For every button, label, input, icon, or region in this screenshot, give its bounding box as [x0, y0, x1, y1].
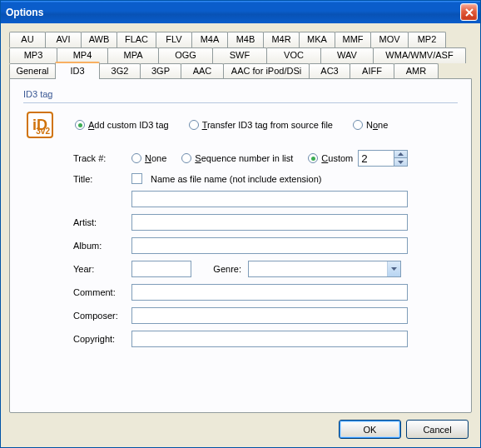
composer-label: Composer:	[73, 311, 131, 321]
tab-awb[interactable]: AWB	[81, 32, 117, 47]
tab-flac[interactable]: FLAC	[117, 32, 156, 47]
tab-mp2[interactable]: MP2	[408, 32, 446, 47]
checkbox-icon	[131, 173, 142, 184]
mode-radio-2[interactable]: None	[353, 120, 388, 130]
dialog-buttons: OK Cancel	[9, 413, 472, 442]
tab-mov[interactable]: MOV	[370, 32, 409, 47]
track-number-label: Track #:	[73, 153, 131, 163]
tab-3g2[interactable]: 3G2	[99, 63, 141, 79]
spinner-down-icon[interactable]	[394, 158, 407, 166]
composer-input[interactable]	[131, 307, 408, 324]
genre-value[interactable]	[248, 261, 401, 277]
group-divider	[23, 102, 458, 103]
tab-wma-wmv-asf[interactable]: WMA/WMV/ASF	[373, 47, 466, 63]
title-label: Title:	[73, 174, 131, 184]
album-input[interactable]	[131, 237, 408, 254]
radio-icon	[181, 153, 191, 163]
comment-label: Comment:	[73, 287, 131, 297]
tab-ac3[interactable]: AC3	[309, 63, 350, 79]
tab-ogg[interactable]: OGG	[158, 47, 213, 63]
track-number-input[interactable]	[358, 150, 394, 167]
track-number-radios: NoneSequence number in listCustom	[131, 153, 353, 163]
mode-radio-0[interactable]: Add custom ID3 tag	[75, 120, 169, 130]
radio-label: Transfer ID3 tag from source file	[202, 120, 333, 130]
copyright-label: Copyright:	[73, 334, 131, 344]
tab-aac-for-ipod-dsi[interactable]: AAC for iPod/DSi	[223, 63, 310, 79]
track-number-row: Track #: NoneSequence number in listCust…	[73, 150, 458, 167]
radio-icon	[308, 153, 318, 163]
tab-flv[interactable]: FLV	[156, 32, 192, 47]
tab-m4b[interactable]: M4B	[227, 32, 264, 47]
track-radio-2[interactable]: Custom	[308, 153, 353, 163]
title-as-filename-checkbox[interactable]: Name as file name (not include extension…	[131, 173, 321, 184]
options-dialog: Options AUAVIAWBFLACFLVM4AM4BM4RMKAMMFMO…	[0, 0, 481, 448]
track-number-spinner[interactable]	[394, 150, 408, 167]
copyright-row: Copyright:	[73, 331, 458, 347]
titlebar: Options	[1, 1, 480, 23]
track-radio-1[interactable]: Sequence number in list	[181, 153, 293, 163]
year-genre-row: Year: Genre:	[73, 261, 458, 277]
genre-label: Genre:	[191, 264, 248, 274]
tab-wav[interactable]: WAV	[320, 47, 374, 63]
tab-swf[interactable]: SWF	[212, 47, 267, 63]
genre-select[interactable]	[248, 261, 401, 277]
year-label: Year:	[73, 264, 131, 274]
artist-row: Artist:	[73, 214, 458, 231]
tab-3gp[interactable]: 3GP	[140, 63, 181, 79]
radio-icon	[353, 120, 363, 130]
id3-icon: iD3v2	[27, 112, 53, 138]
group-label: ID3 tag	[23, 89, 458, 99]
copyright-input[interactable]	[131, 331, 408, 347]
spinner-up-icon[interactable]	[394, 151, 407, 158]
tab-au[interactable]: AU	[9, 32, 46, 47]
tab-amr[interactable]: AMR	[394, 63, 439, 79]
ok-button[interactable]: OK	[339, 420, 401, 439]
year-input[interactable]	[131, 261, 191, 277]
tab-mka[interactable]: MKA	[299, 32, 335, 47]
comment-row: Comment:	[73, 284, 458, 301]
title-row: Title: Name as file name (not include ex…	[73, 173, 458, 184]
tab-aac[interactable]: AAC	[181, 63, 224, 79]
mode-radio-1[interactable]: Transfer ID3 tag from source file	[189, 120, 333, 130]
tab-id3[interactable]: ID3	[55, 62, 100, 79]
cancel-button[interactable]: Cancel	[406, 420, 469, 439]
radio-icon	[75, 120, 85, 130]
radio-label: Add custom ID3 tag	[88, 120, 169, 130]
tab-mp3[interactable]: MP3	[9, 47, 57, 63]
comment-input[interactable]	[131, 284, 408, 301]
title-input-row	[73, 191, 458, 207]
tab-mmf[interactable]: MMF	[335, 32, 371, 47]
radio-label: Custom	[321, 153, 353, 163]
close-button[interactable]	[460, 3, 478, 21]
radio-label: None	[145, 153, 166, 163]
client-area: AUAVIAWBFLACFLVM4AM4BM4RMKAMMFMOVMP2 MP3…	[1, 23, 480, 447]
radio-icon	[131, 153, 141, 163]
title-input[interactable]	[131, 191, 408, 207]
album-label: Album:	[73, 241, 131, 251]
tab-panel: ID3 tag iD3v2 Add custom ID3 tagTransfer…	[9, 78, 472, 413]
window-title: Options	[6, 7, 460, 18]
artist-label: Artist:	[73, 217, 131, 227]
tab-avi[interactable]: AVI	[45, 32, 82, 47]
tab-m4a[interactable]: M4A	[191, 32, 228, 47]
tab-m4r[interactable]: M4R	[263, 32, 300, 47]
track-radio-0[interactable]: None	[131, 153, 166, 163]
checkbox-label: Name as file name (not include extension…	[151, 174, 321, 184]
radio-icon	[189, 120, 199, 130]
id3-form: Track #: NoneSequence number in listCust…	[73, 150, 458, 347]
radio-label: None	[366, 120, 388, 130]
tab-voc[interactable]: VOC	[266, 47, 321, 63]
tab-mpa[interactable]: MPA	[107, 47, 159, 63]
album-row: Album:	[73, 237, 458, 254]
tab-aiff[interactable]: AIFF	[350, 63, 394, 79]
tab-general[interactable]: General	[9, 63, 56, 79]
artist-input[interactable]	[131, 214, 408, 231]
id3-mode-row: iD3v2 Add custom ID3 tagTransfer ID3 tag…	[27, 112, 458, 138]
composer-row: Composer:	[73, 307, 458, 324]
radio-label: Sequence number in list	[195, 153, 293, 163]
mode-radios: Add custom ID3 tagTransfer ID3 tag from …	[75, 120, 388, 130]
tab-rows: AUAVIAWBFLACFLVM4AM4BM4RMKAMMFMOVMP2 MP3…	[9, 32, 472, 79]
